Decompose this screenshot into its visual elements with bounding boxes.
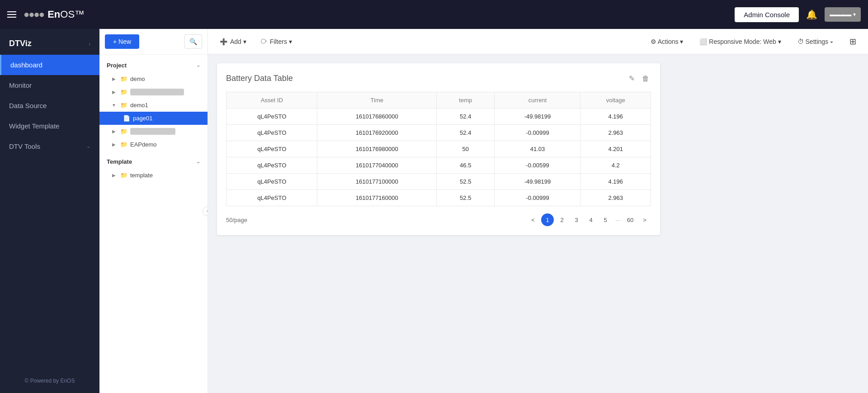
- eapdemo-label: EAPdemo: [130, 141, 157, 148]
- filetree-header: + New 🔍: [99, 29, 208, 55]
- page-2-button[interactable]: 2: [556, 213, 568, 226]
- filetree-body: Project ⌄ ▶ 📁 demo ▶ 📁 ████████████ ▼ 📁 …: [99, 55, 208, 393]
- table-row: qL4PeSTO161017686000052.4-49.981994.196: [226, 109, 651, 125]
- sidebar-item-monitor[interactable]: Monitor: [0, 75, 99, 95]
- table-cell-r1-c0: qL4PeSTO: [226, 125, 317, 141]
- search-button[interactable]: 🔍: [184, 34, 202, 49]
- responsive-mode-button[interactable]: ⬜ Responsive Mode: Web ▾: [695, 35, 785, 48]
- template-section-header[interactable]: Template ⌄: [99, 155, 208, 169]
- tree-item-blurred2[interactable]: ▶ 📁 ██████████: [99, 125, 208, 138]
- widget-edit-button[interactable]: ✎: [627, 72, 637, 85]
- table-cell-r4-c3: -49.98199: [495, 174, 580, 190]
- toolbar-right: ⚙ Actions ▾ ⬜ Responsive Mode: Web ▾ ⏱ S…: [646, 34, 861, 49]
- template-item-arrow[interactable]: ▶: [110, 173, 118, 178]
- tree-item-demo[interactable]: ▶ 📁 demo: [99, 72, 208, 85]
- table-cell-r4-c2: 52.5: [437, 174, 495, 190]
- table-row: qL4PeSTO161017710000052.5-49.981994.196: [226, 174, 651, 190]
- blurred1-label: ████████████: [130, 89, 184, 95]
- user-label: ▬▬▬▬ ▾: [830, 11, 855, 18]
- col-current: current: [495, 92, 580, 109]
- tree-item-page01[interactable]: 📄 page01: [99, 112, 208, 125]
- navbar-left: ●●●● EnOS™: [7, 9, 85, 20]
- table-cell-r2-c4: 4.201: [580, 141, 651, 157]
- sidebar-item-dashboard-label: dashboard: [10, 61, 42, 69]
- page-3-button[interactable]: 3: [570, 213, 583, 226]
- sidebar-item-dtv-tools-label: DTV Tools: [9, 142, 40, 150]
- table-cell-r5-c3: -0.00999: [495, 190, 580, 206]
- user-avatar[interactable]: ▬▬▬▬ ▾: [825, 7, 861, 22]
- last-page-button[interactable]: 60: [624, 213, 637, 226]
- page-dots: ···: [613, 217, 622, 223]
- main-layout: DTViz › dashboard Monitor Data Source Wi…: [0, 29, 868, 393]
- page01-file-icon: 📄: [123, 115, 130, 122]
- admin-console-button[interactable]: Admin Console: [735, 7, 799, 22]
- table-cell-r3-c4: 4.2: [580, 157, 651, 174]
- table-row: qL4PeSTO161017692000052.4-0.009992.963: [226, 125, 651, 141]
- sidebar-item-widget-template[interactable]: Widget Template: [0, 116, 99, 136]
- logo-dots: ●●●●: [24, 9, 44, 20]
- main-content: ➕ Add ▾ ⧂ Filters ▾ ⚙ Actions ▾ ⬜ Respon…: [208, 29, 868, 393]
- table-cell-r1-c3: -0.00999: [495, 125, 580, 141]
- project-section-header[interactable]: Project ⌄: [99, 58, 208, 72]
- next-page-button[interactable]: >: [638, 213, 651, 226]
- blurred2-arrow[interactable]: ▶: [110, 129, 118, 134]
- table-cell-r3-c3: -0.00599: [495, 157, 580, 174]
- table-cell-r2-c2: 50: [437, 141, 495, 157]
- table-cell-r5-c4: 2.963: [580, 190, 651, 206]
- table-cell-r3-c2: 46.5: [437, 157, 495, 174]
- pagination: 50/page < 1 2 3 4 5 ··· 60 >: [226, 213, 651, 226]
- widget-delete-button[interactable]: 🗑: [640, 72, 651, 85]
- blurred1-folder-icon: 📁: [120, 89, 127, 95]
- table-cell-r4-c1: 1610177100000: [317, 174, 437, 190]
- page-4-button[interactable]: 4: [585, 213, 597, 226]
- tree-item-template[interactable]: ▶ 📁 template: [99, 169, 208, 182]
- tree-item-eapdemo[interactable]: ▶ 📁 EAPdemo: [99, 138, 208, 151]
- template-section-label: Template: [107, 158, 132, 165]
- tree-item-demo1[interactable]: ▼ 📁 demo1: [99, 99, 208, 112]
- demo1-arrow[interactable]: ▼: [110, 103, 118, 108]
- template-item-label: template: [130, 172, 153, 179]
- sidebar-title-label: DTViz: [9, 39, 32, 48]
- table-row: qL4PeSTO161017716000052.5-0.009992.963: [226, 190, 651, 206]
- col-asset-id: Asset ID: [226, 92, 317, 109]
- filters-label: Filters ▾: [270, 38, 292, 45]
- widget-card-header: Battery Data Table ✎ 🗑: [226, 72, 651, 85]
- table-header: Asset ID Time temp current voltage: [226, 92, 651, 109]
- add-button[interactable]: ➕ Add ▾: [215, 35, 251, 48]
- settings-button[interactable]: ⏱ Settings ▾: [793, 35, 838, 48]
- eapdemo-folder-icon: 📁: [120, 141, 127, 148]
- filters-button[interactable]: ⧂ Filters ▾: [256, 35, 297, 48]
- new-button[interactable]: + New: [105, 34, 139, 49]
- page-1-button[interactable]: 1: [541, 213, 554, 226]
- blurred1-arrow[interactable]: ▶: [110, 90, 118, 95]
- eapdemo-arrow[interactable]: ▶: [110, 142, 118, 147]
- sidebar-item-widget-template-label: Widget Template: [9, 122, 59, 130]
- add-icon: ➕: [220, 38, 227, 45]
- page01-label: page01: [133, 115, 152, 122]
- tree-item-blurred1[interactable]: ▶ 📁 ████████████: [99, 85, 208, 99]
- actions-button[interactable]: ⚙ Actions ▾: [646, 35, 688, 48]
- table-cell-r0-c1: 1610176860000: [317, 109, 437, 125]
- project-label: Project: [107, 62, 127, 69]
- fullscreen-button[interactable]: ⊞: [845, 34, 861, 49]
- sidebar-item-data-source[interactable]: Data Source: [0, 95, 99, 116]
- demo-arrow[interactable]: ▶: [110, 76, 118, 81]
- toolbar-left: ➕ Add ▾ ⧂ Filters ▾: [215, 35, 297, 48]
- page-5-button[interactable]: 5: [599, 213, 612, 226]
- bell-icon[interactable]: 🔔: [806, 9, 817, 20]
- logo-text: EnOS™: [47, 9, 85, 20]
- table-cell-r1-c2: 52.4: [437, 125, 495, 141]
- data-table: Asset ID Time temp current voltage qL4Pe…: [226, 92, 651, 206]
- hamburger-button[interactable]: [7, 11, 16, 18]
- per-page-label: 50/page: [226, 217, 247, 223]
- table-cell-r0-c3: -49.98199: [495, 109, 580, 125]
- prev-page-button[interactable]: <: [527, 213, 539, 226]
- sidebar-item-dtv-tools[interactable]: DTV Tools ⌄: [0, 136, 99, 156]
- table-cell-r3-c1: 1610177040000: [317, 157, 437, 174]
- col-time: Time: [317, 92, 437, 109]
- table-cell-r0-c2: 52.4: [437, 109, 495, 125]
- table-cell-r5-c0: qL4PeSTO: [226, 190, 317, 206]
- table-header-row: Asset ID Time temp current voltage: [226, 92, 651, 109]
- toolbar: ➕ Add ▾ ⧂ Filters ▾ ⚙ Actions ▾ ⬜ Respon…: [208, 29, 868, 54]
- sidebar-item-dashboard[interactable]: dashboard: [0, 55, 99, 75]
